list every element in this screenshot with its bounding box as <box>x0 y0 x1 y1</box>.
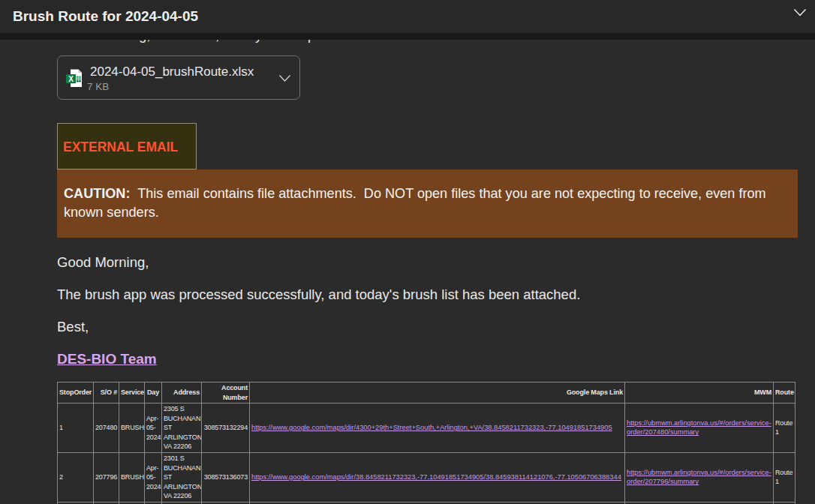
cell-mwm-link: https://ubmwm.arlingtonva.us/#/orders/se… <box>625 452 774 502</box>
column-header-address: Address <box>162 382 202 404</box>
cell-account-number: 308573132294 <box>202 404 250 453</box>
cell-so-number: 207796 <box>94 452 119 502</box>
column-header-account-number: Account Number <box>202 382 250 404</box>
route-table-row: 2207796BRUSHApr-05-20242301 S BUCHANAN S… <box>58 452 795 502</box>
excel-file-icon: X <box>66 66 84 88</box>
clipped-text-fragment: g, <box>139 40 150 44</box>
column-header-service: Service <box>119 382 145 404</box>
clipped-text-fragment: y <box>255 40 262 44</box>
cell-so-number: 207480 <box>94 404 119 453</box>
cell-service: BRUSH <box>119 404 145 453</box>
attachment-filename: 2024-04-05_brushRoute.xlsx <box>90 64 254 80</box>
scroll-separator-band <box>0 33 815 40</box>
collapse-message-chevron-icon[interactable] <box>793 8 807 17</box>
mwm-link[interactable]: https://ubmwm.arlingtonva.us/#/orders/se… <box>627 419 771 436</box>
cell-account-number: 308573136073 <box>202 452 250 502</box>
column-header-day: Day <box>145 382 162 404</box>
column-header-s-o-: S/O # <box>94 382 119 404</box>
clipped-text-fragment: , <box>215 40 219 44</box>
cell-google-maps-link: https://www.google.com/maps/dir/38.84582… <box>250 452 625 502</box>
caution-message: This email contains file attachments. Do… <box>64 186 770 220</box>
caution-banner: CAUTION: This email contains file attach… <box>57 170 798 238</box>
message-subject: Brush Route for 2024-04-05 <box>13 8 198 25</box>
clipped-text-line: g,,yp <box>0 40 815 44</box>
body-greeting: Good Morning, <box>57 254 149 271</box>
caution-prefix: CAUTION: <box>64 186 130 201</box>
google-maps-link[interactable]: https://www.google.com/maps/dir/4300+29t… <box>251 424 612 431</box>
caution-text: CAUTION: This email contains file attach… <box>64 184 777 222</box>
attachment-card[interactable]: X 2024-04-05_brushRoute.xlsx 7 KB <box>57 56 300 100</box>
cell-google-maps-link: https://www.google.com/maps/dir/4300+29t… <box>250 404 625 453</box>
column-header-google-maps-link: Google Maps Link <box>250 382 625 404</box>
svg-text:X: X <box>68 75 74 83</box>
cell-stop-order: 2 <box>58 452 94 502</box>
column-header-route: Route <box>774 382 795 404</box>
google-maps-link[interactable]: https://www.google.com/maps/dir/38.84582… <box>251 473 621 481</box>
body-message: The brush app was processed successfully… <box>57 286 580 303</box>
cell-day: Apr-05-2024 <box>145 452 162 502</box>
route-table-header-row: StopOrderS/O #ServiceDayAddressAccount N… <box>58 382 795 404</box>
cell-stop-order: 1 <box>58 404 94 453</box>
cell-day: Apr-05-2024 <box>145 404 162 453</box>
attachment-options-chevron-icon[interactable] <box>278 74 291 82</box>
route-table: StopOrderS/O #ServiceDayAddressAccount N… <box>57 382 795 504</box>
clipped-text-fragment: p <box>308 40 315 44</box>
cell-mwm-link: https://ubmwm.arlingtonva.us/#/orders/se… <box>625 404 774 453</box>
cell-address: 2305 S BUCHANAN ST ARLINGTON VA 22206 <box>162 404 202 453</box>
column-header-mwm: MWM <box>625 382 774 404</box>
body-signoff: Best, <box>57 319 89 335</box>
external-email-label: EXTERNAL EMAIL <box>63 140 178 155</box>
route-table-row: 1207480BRUSHApr-05-20242305 S BUCHANAN S… <box>58 404 795 453</box>
attachment-filesize: 7 KB <box>87 81 109 92</box>
message-subject-bar: Brush Route for 2024-04-05 <box>0 0 815 33</box>
cell-address: 2301 S BUCHANAN ST ARLINGTON VA 22206 <box>162 452 202 502</box>
mwm-link[interactable]: https://ubmwm.arlingtonva.us/#/orders/se… <box>627 469 771 486</box>
column-header-stoporder: StopOrder <box>58 382 94 404</box>
cell-service: BRUSH <box>119 452 145 502</box>
external-email-badge: EXTERNAL EMAIL <box>57 123 197 170</box>
cell-route: Route 1 <box>774 404 795 453</box>
signature-link[interactable]: DES-BIO Team <box>57 351 157 368</box>
cell-route: Route 1 <box>774 452 795 502</box>
